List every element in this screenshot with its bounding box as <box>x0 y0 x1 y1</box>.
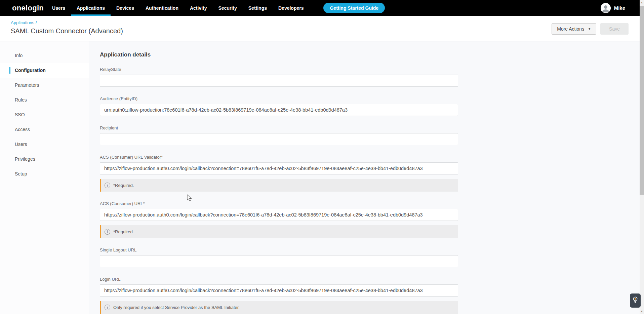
more-actions-label: More Actions <box>557 26 584 32</box>
scrollbar-down-arrow-icon[interactable]: ▼ <box>640 309 644 314</box>
lightbulb-hint-button[interactable] <box>630 293 641 308</box>
field-input-1[interactable] <box>100 104 458 116</box>
field-group: ACS (Consumer) URL Validator*i*Required. <box>100 155 458 192</box>
sidebar-item-users[interactable]: Users <box>0 137 89 152</box>
info-circle-icon: i <box>105 183 110 188</box>
field-label: RelayState <box>100 67 458 72</box>
field-label: Login URL <box>100 277 458 282</box>
field-group: ACS (Consumer) URL*i*Required <box>100 201 458 238</box>
field-group: Audience (EntityID) <box>100 96 458 116</box>
sidebar: InfoConfigurationParametersRulesSSOAcces… <box>0 41 89 314</box>
field-group: RelayState <box>100 67 458 87</box>
fields-container: RelayStateAudience (EntityID)RecipientAC… <box>100 67 644 314</box>
scrollbar-thumb[interactable] <box>640 6 644 195</box>
field-label: ACS (Consumer) URL Validator* <box>100 155 458 160</box>
sidebar-item-rules[interactable]: Rules <box>0 92 89 107</box>
page-header: Applications / SAML Custom Connector (Ad… <box>0 16 644 41</box>
nav-item-users[interactable]: Users <box>46 0 71 16</box>
vertical-scrollbar[interactable]: ▲ ▼ <box>640 0 644 314</box>
page-title: SAML Custom Connector (Advanced) <box>11 27 644 35</box>
field-input-0[interactable] <box>100 75 458 87</box>
info-circle-icon: i <box>105 305 110 310</box>
top-nav: onelogin UsersApplicationsDevicesAuthent… <box>0 0 644 16</box>
info-circle-icon: i <box>105 229 110 235</box>
header-actions: More Actions ▼ Save <box>552 23 629 35</box>
field-group: Recipient <box>100 125 458 145</box>
sidebar-item-access[interactable]: Access <box>0 122 89 137</box>
field-label: Single Logout URL <box>100 247 458 252</box>
sidebar-item-info[interactable]: Info <box>0 48 89 63</box>
sidebar-item-sso[interactable]: SSO <box>0 107 89 122</box>
field-input-5[interactable] <box>100 255 458 267</box>
sidebar-item-privileges[interactable]: Privileges <box>0 152 89 166</box>
info-note: iOnly required if you select Service Pro… <box>100 301 458 314</box>
field-group: Login URLiOnly required if you select Se… <box>100 277 458 314</box>
field-input-6[interactable] <box>100 284 458 297</box>
chevron-down-icon: ▼ <box>588 27 591 31</box>
info-note: i*Required. <box>100 179 458 192</box>
nav-item-devices[interactable]: Devices <box>111 0 140 16</box>
onelogin-logo[interactable]: onelogin <box>12 0 44 16</box>
sidebar-item-configuration[interactable]: Configuration <box>0 63 89 78</box>
field-input-2[interactable] <box>100 133 458 145</box>
nav-item-activity[interactable]: Activity <box>184 0 213 16</box>
field-label: Recipient <box>100 125 458 130</box>
user-menu[interactable]: Mike <box>601 0 644 16</box>
info-note: i*Required <box>100 225 458 238</box>
section-heading: Application details <box>100 51 644 58</box>
nav-item-security[interactable]: Security <box>213 0 243 16</box>
sidebar-item-setup[interactable]: Setup <box>0 166 89 181</box>
nav-item-authentication[interactable]: Authentication <box>140 0 184 16</box>
field-group: Single Logout URL <box>100 247 458 267</box>
field-input-4[interactable] <box>100 209 458 221</box>
field-input-3[interactable] <box>100 162 458 174</box>
nav-item-developers[interactable]: Developers <box>273 0 309 16</box>
info-note-text: Only required if you select Service Prov… <box>113 305 240 310</box>
body-row: InfoConfigurationParametersRulesSSOAcces… <box>0 41 644 314</box>
user-name: Mike <box>614 5 625 11</box>
getting-started-guide-button[interactable]: Getting Started Guide <box>323 3 385 13</box>
save-button[interactable]: Save <box>600 23 629 35</box>
scrollbar-up-arrow-icon[interactable]: ▲ <box>640 0 644 5</box>
user-avatar-icon <box>601 3 611 13</box>
info-note-text: *Required. <box>113 183 134 188</box>
more-actions-button[interactable]: More Actions ▼ <box>552 23 596 35</box>
info-note-text: *Required <box>113 229 133 234</box>
nav-item-applications[interactable]: Applications <box>71 0 111 16</box>
sidebar-item-parameters[interactable]: Parameters <box>0 78 89 92</box>
lightbulb-icon <box>633 296 638 305</box>
main-content: Application details RelayStateAudience (… <box>89 41 644 314</box>
field-label: Audience (EntityID) <box>100 96 458 101</box>
nav-items: UsersApplicationsDevicesAuthenticationAc… <box>46 0 309 16</box>
nav-item-settings[interactable]: Settings <box>243 0 273 16</box>
field-label: ACS (Consumer) URL* <box>100 201 458 206</box>
breadcrumb[interactable]: Applications / <box>11 16 37 25</box>
